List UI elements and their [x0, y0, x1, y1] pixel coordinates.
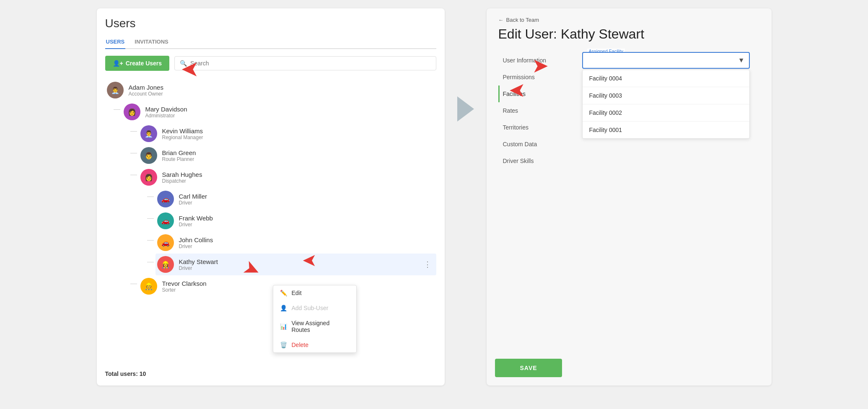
- user-role: Driver: [179, 222, 213, 228]
- nav-driver-skills[interactable]: Driver Skills: [498, 153, 574, 169]
- nav-permissions[interactable]: Permissions: [498, 69, 574, 85]
- nav-territories[interactable]: Territories: [498, 119, 574, 136]
- avatar: 🚗: [157, 212, 174, 229]
- context-delete[interactable]: 🗑️ Delete: [273, 337, 356, 352]
- user-name: Brian Green: [162, 149, 196, 156]
- avatar: 👷‍♀️: [157, 256, 174, 273]
- avatar: 🚗: [157, 191, 174, 207]
- avatar: 👨‍💼: [107, 82, 124, 98]
- tab-bar: USERS INVITATIONS: [105, 35, 436, 49]
- avatar: 👨‍💼: [140, 125, 157, 142]
- user-role: Account Owner: [129, 91, 163, 97]
- back-to-team-link[interactable]: ← Back to Team: [498, 17, 760, 23]
- list-item[interactable]: 🚗 John Collins Driver: [155, 232, 436, 254]
- left-panel: Users USERS INVITATIONS 👤+ Create Users …: [97, 8, 445, 386]
- assigned-facility-select[interactable]: Facility 0004 Facility 0003 Facility 000…: [582, 52, 750, 69]
- user-role: Sorter: [162, 287, 207, 293]
- routes-icon: 📊: [280, 323, 288, 330]
- list-item[interactable]: 👨 Brian Green Route Planner: [139, 145, 436, 166]
- context-edit[interactable]: ✏️ Edit: [273, 285, 356, 300]
- avatar: 🚗: [157, 234, 174, 251]
- user-role: Route Planner: [162, 156, 196, 162]
- facility-option-0003[interactable]: Facility 0003: [583, 87, 749, 104]
- user-role: Dispatcher: [162, 178, 202, 184]
- user-name: Mary Davidson: [145, 106, 187, 113]
- facility-options-list: Facility 0004 Facility 0003 Facility 000…: [582, 70, 750, 139]
- list-item[interactable]: 👷‍♀️ Kathy Stewart Driver ⋮: [155, 254, 436, 275]
- add-subuser-icon: 👤: [280, 305, 288, 311]
- user-role: Administrator: [145, 113, 187, 119]
- edit-user-title: Edit User: Kathy Stewart: [498, 26, 760, 42]
- facility-option-0001[interactable]: Facility 0001: [583, 122, 749, 138]
- svg-marker-0: [457, 96, 474, 122]
- user-name: Frank Webb: [179, 215, 213, 222]
- context-add-subuser: 👤 Add Sub-User: [273, 300, 356, 316]
- user-name: Carl Miller: [179, 193, 207, 200]
- list-item[interactable]: 👨‍💼 Adam Jones Account Owner: [105, 79, 436, 101]
- user-role: Driver: [179, 200, 207, 206]
- toolbar: 👤+ Create Users 🔍: [105, 56, 436, 71]
- avatar: 👨: [140, 147, 157, 164]
- list-item[interactable]: 👩 Mary Davidson Administrator: [122, 101, 436, 123]
- nav-custom-data[interactable]: Custom Data: [498, 136, 574, 153]
- list-item[interactable]: 👨‍💼 Kevin Williams Regional Manager: [139, 123, 436, 145]
- facility-option-0002[interactable]: Facility 0002: [583, 104, 749, 122]
- avatar: 👩: [124, 104, 140, 120]
- add-user-icon: 👤+: [113, 60, 123, 67]
- user-name: Kathy Stewart: [179, 258, 218, 265]
- search-box: 🔍: [174, 56, 436, 70]
- avatar: 👷: [140, 278, 157, 295]
- search-input[interactable]: [190, 60, 430, 67]
- facility-select-wrapper: Assigned Facility Facility 0004 Facility…: [582, 52, 750, 69]
- panel-separator-arrow: [453, 8, 478, 126]
- user-role: Driver: [179, 243, 213, 249]
- right-panel: ← Back to Team Edit User: Kathy Stewart …: [487, 8, 772, 386]
- nav-user-information[interactable]: User Information: [498, 52, 574, 69]
- facility-option-0004[interactable]: Facility 0004: [583, 70, 749, 87]
- left-nav: User Information Permissions Facilities …: [498, 52, 574, 169]
- user-name: Kevin Williams: [162, 127, 203, 135]
- nav-rates[interactable]: Rates: [498, 102, 574, 119]
- right-main-content: ➤ ➤ Assigned Facility Facility 0004 Faci…: [574, 52, 760, 169]
- user-tree: 👨‍💼 Adam Jones Account Owner 👩 Mary Davi…: [105, 79, 436, 297]
- right-content: User Information Permissions Facilities …: [498, 52, 760, 169]
- avatar: 👩: [140, 169, 157, 186]
- context-menu: ✏️ Edit 👤 Add Sub-User 📊 View Assigned R…: [273, 285, 357, 353]
- user-role: Regional Manager: [162, 135, 203, 140]
- user-name: John Collins: [179, 236, 213, 243]
- edit-icon: ✏️: [280, 290, 288, 296]
- back-arrow-icon: ←: [498, 17, 504, 23]
- delete-icon: 🗑️: [280, 342, 288, 348]
- user-role: Driver: [179, 265, 218, 271]
- tab-users[interactable]: USERS: [105, 35, 126, 49]
- user-name: Adam Jones: [129, 84, 163, 91]
- facility-dropdown-container: Assigned Facility Facility 0004 Facility…: [582, 52, 760, 139]
- create-users-button[interactable]: 👤+ Create Users: [105, 56, 170, 71]
- nav-facilities[interactable]: Facilities: [498, 85, 574, 102]
- user-name: Sarah Hughes: [162, 171, 202, 178]
- tab-invitations[interactable]: INVITATIONS: [134, 35, 169, 49]
- list-item[interactable]: 🚗 Carl Miller Driver: [155, 188, 436, 210]
- more-options-button[interactable]: ⋮: [420, 258, 435, 271]
- save-button[interactable]: SAVE: [495, 359, 562, 377]
- list-item[interactable]: 👩 Sarah Hughes Dispatcher: [139, 166, 436, 188]
- user-name: Trevor Clarkson: [162, 280, 207, 287]
- context-view-routes[interactable]: 📊 View Assigned Routes: [273, 316, 356, 337]
- search-icon: 🔍: [180, 60, 187, 67]
- page-title: Users: [105, 17, 436, 30]
- total-users: Total users: 10: [105, 370, 146, 377]
- list-item[interactable]: 🚗 Frank Webb Driver: [155, 210, 436, 232]
